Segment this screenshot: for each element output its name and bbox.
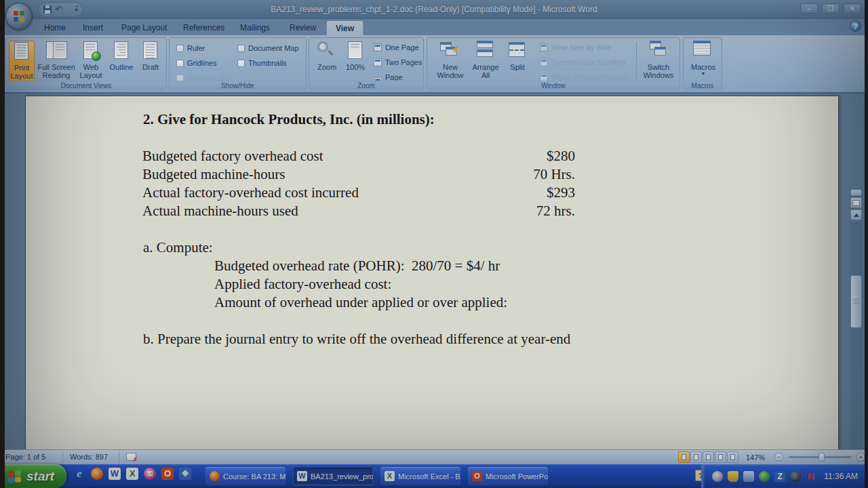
new-window-icon: ✱ <box>440 41 460 61</box>
outline-button[interactable]: Outline <box>106 41 136 81</box>
tab-view[interactable]: View <box>326 20 363 35</box>
tray-shield-icon[interactable] <box>728 471 738 482</box>
task-button-excel[interactable]: X Microsoft Excel - BA2... <box>380 467 460 485</box>
group-macros: Macros ▾ Macros <box>683 37 722 90</box>
tab-review[interactable]: Review <box>281 20 325 35</box>
undo-icon[interactable]: ↶ <box>55 3 62 16</box>
start-label: start <box>26 469 54 484</box>
checkbox-icon <box>176 60 184 67</box>
keys-icon[interactable]: ⚿ <box>144 468 156 480</box>
ruler-toggle-button[interactable] <box>850 197 862 208</box>
gridlines-checkbox[interactable]: Gridlines <box>176 59 216 67</box>
doc-row-value: $280 <box>500 148 575 165</box>
macros-button[interactable]: Macros ▾ <box>688 41 718 85</box>
new-window-button[interactable]: ✱ New Window <box>434 41 467 81</box>
tray-agent-icon[interactable] <box>759 471 770 482</box>
split-handle[interactable] <box>850 189 862 196</box>
zoom-slider-thumb[interactable] <box>818 453 825 462</box>
powerpoint-icon: O <box>472 471 482 481</box>
tray-globe-icon[interactable] <box>790 471 801 482</box>
task-button-powerpoint[interactable]: O Microsoft PowerPoint ... <box>468 467 548 485</box>
switch-windows-icon <box>648 41 669 61</box>
screen-bezel-right <box>865 0 868 488</box>
document-page[interactable]: 2. Give for Hancock Products, Inc. (in m… <box>25 96 839 449</box>
doc-row-label: Actual factory-overhead cost incurred <box>142 184 359 201</box>
zoom-level[interactable]: 147% <box>746 453 769 462</box>
doc-a-item: Budgeted overhead rate (POHR): 280/70 = … <box>214 258 500 274</box>
excel-icon: X <box>384 471 395 481</box>
scroll-up-button[interactable] <box>850 209 862 220</box>
outline-view-button[interactable] <box>715 451 726 463</box>
one-page-button[interactable]: One Page <box>374 43 419 52</box>
redo-icon[interactable]: ↷ <box>65 3 73 16</box>
view-shortcuts <box>678 451 738 463</box>
tray-novell-icon[interactable]: N <box>806 471 816 482</box>
tab-home[interactable]: Home <box>35 20 75 35</box>
tab-page-layout[interactable]: Page Layout <box>113 20 176 35</box>
zoom-slider[interactable] <box>789 456 851 458</box>
powerpoint-icon[interactable]: O <box>161 468 174 480</box>
restore-button[interactable]: ❐ <box>822 3 840 14</box>
zoom-button[interactable]: Zoom <box>313 41 340 81</box>
word-icon[interactable]: W <box>108 468 121 480</box>
page-indicator[interactable]: Page: 1 of 5 <box>5 453 45 461</box>
doc-part-a: a. Compute: <box>143 239 213 256</box>
draft-button[interactable]: Draft <box>138 41 163 81</box>
quick-access-toolbar: ↶ ↷ ▾ <box>38 2 83 17</box>
zoom-100-icon <box>345 41 366 61</box>
word-count[interactable]: Words: 897 <box>70 453 108 461</box>
start-button[interactable]: start <box>0 464 66 488</box>
two-pages-icon <box>374 58 382 66</box>
switch-windows-button[interactable]: Switch Windows ▾ <box>639 41 678 85</box>
firefox-icon[interactable] <box>91 468 103 480</box>
group-show-hide: Ruler Gridlines Message Bar Document Map… <box>169 37 307 90</box>
system-tray: Z N 11:36 AM <box>701 464 865 488</box>
ie-icon[interactable]: e <box>73 468 85 480</box>
full-screen-reading-icon <box>46 41 66 61</box>
help-icon[interactable]: ? <box>850 20 861 32</box>
doc-row-value: 70 Hrs. <box>500 166 575 183</box>
scrollbar-thumb[interactable] <box>850 275 862 328</box>
full-screen-reading-button[interactable]: Full Screen Reading <box>37 41 75 81</box>
vertical-scrollbar[interactable] <box>850 188 863 449</box>
tab-mailings[interactable]: Mailings <box>231 20 279 35</box>
draft-view-button[interactable] <box>727 451 738 463</box>
print-layout-button[interactable]: Print Layout <box>9 41 35 81</box>
group-label-show-hide: Show/Hide <box>170 81 306 89</box>
task-button-word-active[interactable]: W BA213_review_probl... <box>293 467 373 485</box>
split-button[interactable]: Split <box>505 41 530 81</box>
spelling-check-icon[interactable] <box>126 453 136 461</box>
thumbnails-checkbox[interactable]: Thumbnails <box>237 59 287 67</box>
document-map-checkbox[interactable]: Document Map <box>237 44 299 52</box>
clock: 11:36 AM <box>824 472 858 481</box>
minimize-button[interactable]: – <box>800 3 818 14</box>
view-side-by-side-icon <box>540 43 548 52</box>
tray-disc-icon[interactable] <box>712 471 723 482</box>
save-icon[interactable] <box>43 5 52 14</box>
dropdown-arrow-icon: ▾ <box>702 71 705 77</box>
tab-insert[interactable]: Insert <box>74 20 112 35</box>
task-button-browser[interactable]: Course: BA 213: Man... <box>205 467 285 485</box>
tray-tools-icon[interactable] <box>743 471 754 482</box>
macros-icon <box>693 41 713 61</box>
messenger-icon[interactable]: ❖ <box>179 468 191 480</box>
zoom-out-icon[interactable]: − <box>774 453 783 462</box>
qat-customize-icon[interactable]: ▾ <box>75 6 78 13</box>
title-bar: BA213_review_problems_chpt_1-2.doc (Read… <box>0 0 868 19</box>
office-button[interactable] <box>5 3 33 30</box>
ruler-checkbox[interactable]: Ruler <box>176 44 205 52</box>
tab-references[interactable]: References <box>174 20 233 35</box>
two-pages-button[interactable]: Two Pages <box>374 58 422 66</box>
close-button[interactable]: ✕ <box>844 3 861 14</box>
print-layout-icon <box>12 41 32 62</box>
doc-heading: 2. Give for Hancock Products, Inc. (in m… <box>143 111 435 128</box>
print-layout-view-button[interactable] <box>678 451 690 463</box>
web-layout-button[interactable]: Web Layout <box>77 41 105 81</box>
tray-z-icon[interactable]: Z <box>774 471 785 482</box>
outline-icon <box>111 41 132 61</box>
full-screen-view-button[interactable] <box>690 451 702 463</box>
web-layout-view-button[interactable] <box>703 451 714 463</box>
excel-icon[interactable]: X <box>126 468 138 480</box>
zoom-100-button[interactable]: 100% <box>342 41 369 81</box>
arrange-all-button[interactable]: Arrange All <box>469 41 502 81</box>
